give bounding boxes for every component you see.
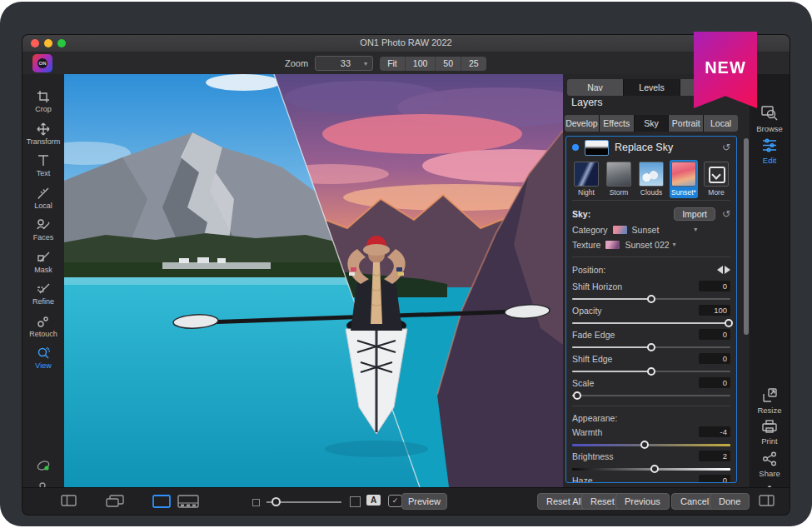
tool-mask[interactable]: Mask [22, 247, 64, 279]
new-ribbon-label: NEW [705, 58, 746, 77]
tool-crop[interactable]: Crop [22, 86, 64, 118]
preset-more[interactable]: More [702, 160, 730, 198]
slider-thumb[interactable] [725, 319, 733, 327]
left-panel-toggle-icon[interactable] [61, 495, 77, 506]
screenshot-root: ON1 Photo RAW 2022 ON Zoom 33 ▾ Fit 100 … [0, 0, 812, 528]
module-browse[interactable]: Browse [750, 106, 790, 133]
sky-mask-thumbnail[interactable] [585, 140, 609, 156]
zoom-fit-button[interactable]: Fit [380, 57, 406, 71]
filmstrip-view-icon[interactable] [177, 495, 199, 508]
slider-thumb[interactable] [647, 367, 655, 376]
slider-track[interactable] [572, 371, 730, 372]
replace-sky-header[interactable]: Replace Sky ↺ [566, 137, 736, 158]
right-panel-toggle-icon[interactable] [759, 495, 775, 506]
module-share[interactable]: Share [750, 451, 790, 478]
value-box[interactable]: 0 [699, 353, 730, 364]
module-print[interactable]: Print [750, 419, 790, 446]
title-bar: ON1 Photo RAW 2022 [22, 35, 790, 52]
value-box[interactable]: 0 [699, 329, 730, 340]
done-button[interactable]: Done [710, 493, 750, 510]
sync-status-icon[interactable] [22, 457, 64, 474]
single-view-icon[interactable] [152, 495, 171, 508]
slider-warmth: Warmth-4 [572, 426, 730, 450]
slider-thumb[interactable] [640, 441, 649, 449]
module-resize[interactable]: Resize [750, 387, 790, 415]
slider-haze: Haze0 [572, 474, 730, 483]
preset-sunset[interactable]: Sunset* [670, 160, 698, 198]
category-row[interactable]: Category Sunset ▾ [572, 223, 730, 236]
layers-header[interactable]: Layers [571, 97, 603, 108]
category-thumbnail [613, 226, 627, 234]
import-button[interactable]: Import [674, 207, 715, 221]
slider-thumb[interactable] [647, 295, 655, 303]
tool-faces[interactable]: Faces [22, 214, 64, 247]
slider-opacity: Opacity100 [572, 304, 730, 328]
value-box[interactable]: 2 [699, 451, 730, 461]
edit-sliders-icon [761, 137, 778, 153]
value-box[interactable]: 100 [699, 305, 730, 316]
tab-nav[interactable]: Nav [567, 79, 623, 96]
tool-retouch[interactable]: Retouch [22, 311, 64, 343]
image-canvas[interactable] [64, 74, 563, 487]
slider-track[interactable] [572, 468, 730, 471]
compare-windows-icon[interactable] [106, 495, 124, 507]
previous-button[interactable]: Previous [615, 493, 670, 510]
show-mask-checkbox-icon[interactable]: ✓ [388, 495, 402, 507]
zoom-label: Zoom [285, 58, 308, 68]
mask-brush-icon [37, 251, 51, 264]
slider-track[interactable] [572, 444, 730, 446]
filter-enabled-dot[interactable] [572, 144, 579, 151]
tool-refine[interactable]: Refine [22, 278, 64, 311]
value-box[interactable]: 0 [699, 475, 730, 483]
small-preview-square-icon[interactable] [252, 499, 260, 506]
panel-scrollbar[interactable] [744, 138, 749, 335]
sky-preset-row: Night Storm Clouds Sunset* [572, 160, 730, 198]
flip-horizontal-icons[interactable] [717, 266, 730, 274]
zoom-level-select[interactable]: 33 ▾ [315, 56, 373, 71]
appearance-row: Appearane: [572, 411, 730, 424]
tool-local[interactable]: Local [22, 182, 64, 215]
preset-clouds[interactable]: Clouds [637, 160, 665, 198]
preset-night[interactable]: Night [572, 160, 600, 198]
tool-transform[interactable]: Transform [22, 118, 64, 151]
top-toolbar: ON Zoom 33 ▾ Fit 100 50 25 [22, 52, 790, 74]
background-dim-slider[interactable] [267, 501, 341, 503]
tab-local[interactable]: Local [704, 115, 738, 132]
slider-track[interactable] [572, 346, 730, 348]
reset-pane-icon[interactable]: ↺ [722, 142, 730, 153]
storm-thumbnail [606, 162, 631, 187]
zoom-level-value: 33 [341, 58, 351, 68]
tab-portrait[interactable]: Portrait [669, 115, 703, 132]
zoom-25-button[interactable]: 25 [461, 57, 486, 71]
slider-track[interactable] [572, 298, 730, 300]
module-edit[interactable]: Edit [750, 137, 790, 165]
slider-shift-edge: Shift Edge0 [572, 352, 730, 376]
tool-text[interactable]: Text [22, 150, 64, 182]
slider-track[interactable] [572, 395, 730, 396]
tab-levels[interactable]: Levels [624, 79, 680, 96]
category-label: Category [572, 225, 608, 235]
sky-row: Sky: Import ↺ [572, 207, 730, 222]
slider-thumb[interactable] [650, 465, 659, 473]
tab-effects[interactable]: Effects [600, 115, 634, 132]
value-box[interactable]: 0 [699, 377, 730, 388]
soft-proof-icon[interactable]: A [366, 495, 381, 506]
reset-sky-icon[interactable]: ↺ [722, 208, 730, 220]
tool-view[interactable]: View [22, 342, 64, 375]
preview-button[interactable]: Preview [401, 493, 447, 510]
preset-storm[interactable]: Storm [605, 160, 633, 198]
texture-row[interactable]: Texture Sunset 022 ▾ [572, 238, 730, 251]
tab-sky[interactable]: Sky [635, 115, 669, 132]
slider-track[interactable] [572, 322, 730, 324]
zoom-50-button[interactable]: 50 [436, 57, 461, 71]
value-box[interactable]: -4 [699, 426, 730, 437]
slider-scale: Scale0 [572, 376, 730, 401]
value-box[interactable]: 0 [699, 281, 730, 291]
large-preview-square-icon[interactable] [350, 496, 361, 507]
slider-thumb[interactable] [647, 343, 655, 351]
retouch-icon [37, 315, 51, 328]
zoom-100-button[interactable]: 100 [406, 57, 436, 71]
slider-thumb[interactable] [573, 391, 581, 400]
tab-develop[interactable]: Develop [565, 115, 599, 132]
slider-thumb[interactable] [271, 497, 281, 506]
